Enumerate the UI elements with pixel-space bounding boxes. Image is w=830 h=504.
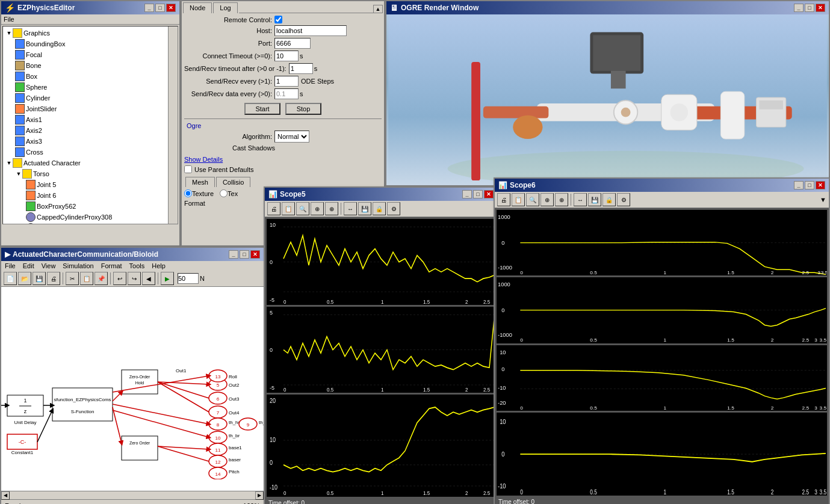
scope6-params[interactable]: 📋 (512, 193, 525, 206)
tree-item-actuated-character[interactable]: ▼ Actuated Character (4, 158, 176, 168)
cut-button[interactable]: ✂ (66, 272, 79, 285)
texture-radio[interactable] (184, 189, 192, 197)
panel-scroll-up[interactable]: ▲ (373, 5, 383, 13)
scope6-zoom[interactable]: 🔍 (526, 193, 539, 206)
tree-item-axis3[interactable]: Axis3 (4, 136, 176, 147)
connect-timeout-input[interactable] (274, 51, 299, 61)
tex-radio[interactable] (220, 189, 228, 197)
scope5-save[interactable]: 💾 (358, 202, 371, 215)
scope6-settings[interactable]: ⚙ (617, 193, 630, 206)
sendrecv-data-input[interactable] (274, 88, 299, 99)
open-button[interactable]: 📂 (18, 272, 31, 285)
ogre-maximize-button[interactable]: □ (805, 4, 814, 12)
tab-collision[interactable]: Collisio (216, 177, 250, 187)
scope5-close-button[interactable]: ✕ (484, 190, 494, 198)
scope5-zoom-y[interactable]: ⊕ (325, 202, 338, 215)
tree-item-joint6[interactable]: Joint 6 (4, 190, 176, 201)
tree-item-cappedcylinder308[interactable]: CappedCylinderProxy308 (4, 212, 176, 223)
svg-text:2.5: 2.5 (802, 270, 810, 275)
sendrecv-timeout-input[interactable] (289, 63, 313, 74)
tab-log[interactable]: Log (213, 2, 237, 13)
tree-item-cross[interactable]: Cross (4, 147, 176, 158)
start-button[interactable]: Start (244, 103, 280, 115)
scope5-minimize-button[interactable]: _ (462, 190, 472, 198)
menu-tools[interactable]: Tools (129, 262, 145, 269)
tree-item-boundingbox[interactable]: BoundingBox (4, 38, 176, 49)
maximize-button[interactable]: □ (155, 4, 165, 12)
use-parent-defaults-checkbox[interactable] (184, 165, 192, 173)
svg-text:0.5: 0.5 (590, 270, 597, 275)
scope6-maximize-button[interactable]: □ (805, 181, 814, 189)
ogre-minimize-button[interactable]: _ (794, 4, 804, 12)
scope5-lock[interactable]: 🔒 (373, 202, 386, 215)
file-menu-item[interactable]: File (4, 16, 14, 23)
tree-item-bone[interactable]: Bone (4, 60, 176, 71)
copy-button[interactable]: 📋 (80, 272, 93, 285)
ogre-close-button[interactable]: ✕ (816, 4, 825, 12)
scroll-right-btn[interactable]: ▶ (255, 491, 264, 500)
algorithm-select[interactable]: Normal (274, 131, 309, 143)
scope5-print[interactable]: 🖨 (267, 202, 280, 215)
actuated-close-button[interactable]: ✕ (250, 250, 260, 259)
tree-item-box[interactable]: Box (4, 71, 176, 82)
tree-item-focal[interactable]: Focal (4, 49, 176, 60)
undo-button[interactable]: ↩ (113, 272, 126, 285)
scope5-zoom[interactable]: 🔍 (296, 202, 309, 215)
nav-back[interactable]: ◀ (142, 272, 155, 285)
tree-item-cappedcylinder308-8[interactable]: CappedCylinderProxy308_8 (4, 223, 176, 224)
tree-item-axis1[interactable]: Axis1 (4, 114, 176, 125)
sendrecv-every-input[interactable] (274, 76, 299, 87)
tree-scrollbar[interactable] (168, 26, 178, 224)
redo-button[interactable]: ↪ (128, 272, 141, 285)
scope6-autoscale[interactable]: ↔ (574, 193, 587, 206)
tree-item-boxproxy562[interactable]: BoxProxy562 (4, 201, 176, 212)
tree-item-axis2[interactable]: Axis2 (4, 125, 176, 136)
actuated-minimize-button[interactable]: _ (229, 250, 238, 259)
play-button[interactable]: ▶ (161, 272, 174, 285)
minimize-button[interactable]: _ (144, 4, 154, 12)
scope6-zoom-x[interactable]: ⊕ (540, 193, 554, 206)
scope6-zoom-y[interactable]: ⊕ (555, 193, 568, 206)
scope6-save[interactable]: 💾 (588, 193, 601, 206)
simulink-canvas[interactable]: 1 z Unit Delay -C- Constant1 sfunction_E… (1, 287, 264, 491)
scope6-minimize-button[interactable]: _ (794, 181, 804, 189)
tab-node[interactable]: Node (183, 2, 212, 13)
menu-edit[interactable]: Edit (23, 262, 34, 269)
menu-format[interactable]: Format (101, 262, 122, 269)
tree-item-jointslider[interactable]: JointSlider (4, 103, 176, 114)
close-button[interactable]: ✕ (166, 4, 176, 12)
scope5-settings[interactable]: ⚙ (387, 202, 400, 215)
tree-item-joint5[interactable]: Joint 5 (4, 179, 176, 190)
scope6-lock[interactable]: 🔒 (602, 193, 616, 206)
scope6-close-button[interactable]: ✕ (816, 181, 825, 189)
stop-button[interactable]: Stop (285, 103, 321, 115)
tab-mesh[interactable]: Mesh (185, 177, 215, 187)
scope6-print[interactable]: 🖨 (497, 193, 510, 206)
actuated-maximize-button[interactable]: □ (240, 250, 249, 259)
host-input[interactable] (274, 25, 347, 36)
scope5-maximize-button[interactable]: □ (473, 190, 483, 198)
zoom-input[interactable] (178, 273, 199, 284)
tree-item-graphics[interactable]: ▼ Graphics (4, 28, 176, 38)
show-details-link[interactable]: Show Details (184, 156, 223, 163)
h-scrollbar[interactable]: ◀ ▶ (1, 491, 264, 499)
paste-button[interactable]: 📌 (94, 272, 108, 285)
tree-item-sphere[interactable]: Sphere (4, 82, 176, 93)
ogre-render-area[interactable] (386, 14, 829, 185)
menu-help[interactable]: Help (152, 262, 166, 269)
tree-item-cylinder[interactable]: Cylinder (4, 93, 176, 103)
scope5-params[interactable]: 📋 (282, 202, 295, 215)
remote-control-checkbox[interactable] (274, 16, 282, 23)
svg-line-63 (113, 392, 122, 401)
tree-item-torso[interactable]: ▼ Torso (4, 168, 176, 179)
new-button[interactable]: 📄 (4, 272, 17, 285)
scope5-autoscale[interactable]: ↔ (344, 202, 357, 215)
scroll-left-btn[interactable]: ◀ (1, 491, 10, 500)
scope5-zoom-x[interactable]: ⊕ (311, 202, 324, 215)
port-input[interactable] (274, 38, 311, 49)
menu-file[interactable]: File (5, 262, 16, 269)
menu-view[interactable]: View (42, 262, 56, 269)
menu-simulation[interactable]: Simulation (63, 262, 93, 269)
print-button[interactable]: 🖨 (47, 272, 60, 285)
save-button[interactable]: 💾 (33, 272, 46, 285)
